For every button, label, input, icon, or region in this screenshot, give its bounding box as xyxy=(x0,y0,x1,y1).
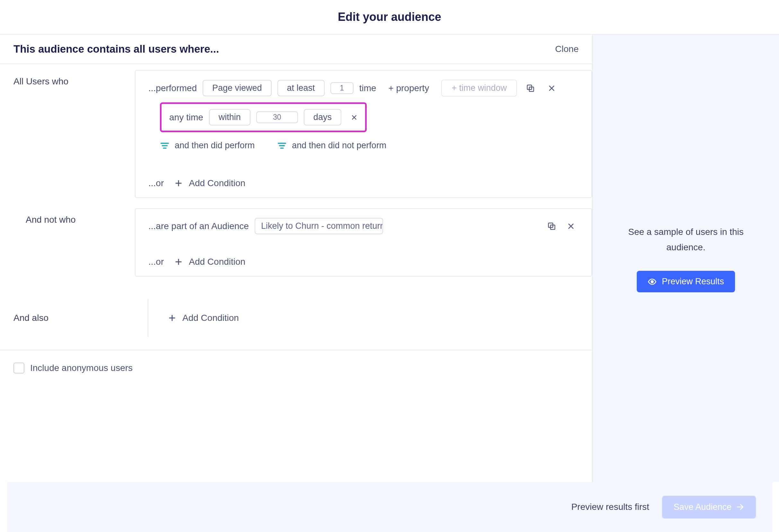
include-anon-label: Include anonymous users xyxy=(30,363,133,373)
side-text: See a sample of users in this audience. xyxy=(628,224,744,255)
add-condition-label: Add Condition xyxy=(182,313,239,323)
add-condition-button[interactable]: Add Condition xyxy=(174,257,245,267)
page-title: Edit your audience xyxy=(338,10,441,24)
title-bar: Edit your audience xyxy=(0,0,779,35)
section-title: This audience contains all users where..… xyxy=(13,43,219,55)
window-value-input[interactable]: 30 xyxy=(256,111,298,123)
time-window-highlight: any time within 30 days xyxy=(160,103,367,132)
within-select[interactable]: within xyxy=(209,109,250,125)
anytime-label: any time xyxy=(169,112,203,123)
add-condition-button[interactable]: Add Condition xyxy=(168,313,239,323)
copy-icon[interactable] xyxy=(544,218,559,234)
remove-time-window-icon[interactable] xyxy=(348,111,361,124)
row-label-and-also: And also xyxy=(13,313,135,323)
then-did-not-label: and then did not perform xyxy=(292,141,386,150)
svg-point-22 xyxy=(651,280,653,283)
close-icon[interactable] xyxy=(563,218,579,234)
condition-card-audience: ...are part of an Audience Likely to Chu… xyxy=(135,208,592,277)
footer-hint: Preview results first xyxy=(571,502,649,512)
copy-icon[interactable] xyxy=(523,80,538,96)
or-label: ...or xyxy=(148,178,164,188)
main-panel: This audience contains all users where..… xyxy=(0,35,593,482)
footer: Preview results first Save Audience xyxy=(7,482,773,532)
add-condition-button[interactable]: Add Condition xyxy=(174,178,245,188)
then-did-not-perform-button[interactable]: and then did not perform xyxy=(277,141,386,150)
plus-icon xyxy=(168,314,177,323)
plus-icon xyxy=(174,179,183,188)
preview-results-button[interactable]: Preview Results xyxy=(637,271,735,292)
add-property-button[interactable]: + property xyxy=(388,83,429,93)
count-input[interactable]: 1 xyxy=(331,82,354,94)
or-label: ...or xyxy=(148,257,164,267)
vertical-divider xyxy=(148,299,148,337)
add-time-window-button[interactable]: + time window xyxy=(441,80,517,96)
event-select[interactable]: Page viewed xyxy=(202,80,272,96)
funnel-icon xyxy=(277,141,287,150)
preview-button-label: Preview Results xyxy=(662,277,724,286)
condition-card-performed: ...performed Page viewed at least 1 time… xyxy=(135,70,592,198)
save-button-label: Save Audience xyxy=(674,502,731,512)
eye-icon xyxy=(648,277,657,286)
save-audience-button[interactable]: Save Audience xyxy=(662,496,756,519)
include-anon-checkbox[interactable] xyxy=(13,362,24,374)
performed-prefix: ...performed xyxy=(148,83,197,93)
side-panel: See a sample of users in this audience. … xyxy=(593,35,779,482)
then-did-perform-button[interactable]: and then did perform xyxy=(160,141,255,150)
window-unit-select[interactable]: days xyxy=(304,109,341,125)
add-condition-label: Add Condition xyxy=(189,178,245,188)
row-label-all-users: All Users who xyxy=(0,64,135,87)
arrow-right-icon xyxy=(736,503,744,511)
audience-prefix: ...are part of an Audience xyxy=(148,221,249,231)
plus-icon xyxy=(174,257,183,266)
then-did-label: and then did perform xyxy=(175,141,255,150)
clone-link[interactable]: Clone xyxy=(555,44,579,54)
add-condition-label: Add Condition xyxy=(189,257,245,267)
row-label-and-not: And not who xyxy=(0,202,135,225)
comparator-select[interactable]: at least xyxy=(278,80,324,96)
time-label: time xyxy=(359,83,376,93)
audience-select[interactable]: Likely to Churn - common returners xyxy=(255,218,383,234)
funnel-icon xyxy=(160,141,170,150)
close-icon[interactable] xyxy=(544,80,559,96)
